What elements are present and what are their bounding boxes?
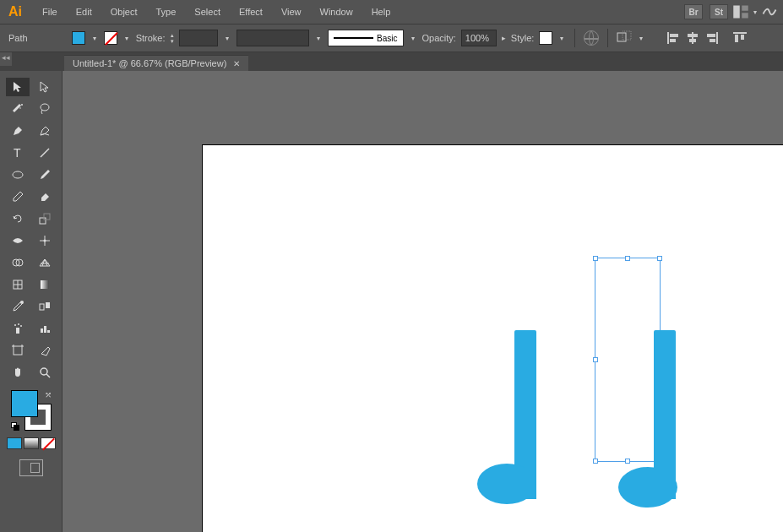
opacity-input[interactable]: 100% xyxy=(461,30,497,46)
menu-file[interactable]: File xyxy=(34,3,66,20)
align-right-icon[interactable] xyxy=(704,32,718,44)
menu-object[interactable]: Object xyxy=(102,3,146,20)
brush-dropdown[interactable] xyxy=(409,31,417,45)
svg-rect-0 xyxy=(733,6,740,19)
graphic-style-dropdown[interactable] xyxy=(557,31,566,45)
fill-dropdown[interactable] xyxy=(90,31,99,45)
stroke-weight-input[interactable] xyxy=(179,30,218,46)
menu-select[interactable]: Select xyxy=(186,3,229,20)
paintbrush-tool[interactable] xyxy=(33,166,57,184)
canvas[interactable] xyxy=(63,71,783,532)
menu-view[interactable]: View xyxy=(273,3,310,20)
svg-rect-26 xyxy=(44,326,46,333)
style-label: Style: xyxy=(511,33,535,43)
arrange-documents-dropdown[interactable] xyxy=(751,5,759,19)
menu-edit[interactable]: Edit xyxy=(68,3,101,20)
pen-tool[interactable] xyxy=(6,122,30,140)
menu-window[interactable]: Window xyxy=(312,3,362,20)
selection-handle-ne[interactable] xyxy=(657,256,662,261)
width-tool[interactable] xyxy=(6,231,30,250)
hand-tool[interactable] xyxy=(6,363,30,382)
stroke-weight-down[interactable]: ▾ xyxy=(171,38,174,44)
free-transform-tool[interactable] xyxy=(33,231,57,250)
svg-point-6 xyxy=(19,107,21,109)
fill-swatch[interactable] xyxy=(72,31,85,45)
color-mode-none[interactable] xyxy=(41,437,56,449)
recolor-artwork-icon[interactable] xyxy=(584,30,599,46)
swap-fill-stroke-icon[interactable]: ⤱ xyxy=(45,390,52,399)
menu-type[interactable]: Type xyxy=(148,3,185,20)
menu-help[interactable]: Help xyxy=(363,3,400,20)
selection-handle-s[interactable] xyxy=(625,459,630,464)
align-hcenter-icon[interactable] xyxy=(686,32,699,44)
stock-button[interactable]: St xyxy=(710,4,728,19)
selection-bounding-box[interactable] xyxy=(595,258,661,462)
selection-handle-w[interactable] xyxy=(593,357,598,362)
shape-builder-tool[interactable] xyxy=(6,253,30,272)
brush-definition[interactable]: Basic xyxy=(328,30,404,46)
symbol-sprayer-tool[interactable] xyxy=(6,319,30,338)
music-note-shape-1[interactable] xyxy=(514,330,536,499)
document-tabbar: Untitled-1* @ 66.67% (RGB/Preview) ✕ xyxy=(0,52,783,71)
fill-stroke-control[interactable]: ⤱ xyxy=(11,390,52,431)
opacity-slider-toggle[interactable]: ▸ xyxy=(502,34,506,42)
type-tool[interactable]: T xyxy=(6,144,30,162)
svg-point-29 xyxy=(41,368,47,375)
stroke-weight-dropdown[interactable] xyxy=(223,31,231,45)
line-segment-tool[interactable] xyxy=(33,144,57,162)
eraser-tool[interactable] xyxy=(33,187,57,206)
color-mode-color[interactable] xyxy=(7,437,22,449)
close-tab-icon[interactable]: ✕ xyxy=(233,59,240,68)
app-logo: Ai xyxy=(5,4,25,19)
artboard-tool[interactable] xyxy=(6,341,30,360)
fill-color-box[interactable] xyxy=(11,390,38,417)
variable-width-profile[interactable] xyxy=(237,30,309,46)
brush-name: Basic xyxy=(377,34,397,43)
selection-handle-n[interactable] xyxy=(625,256,630,261)
color-mode-gradient[interactable] xyxy=(24,437,39,449)
align-left-icon[interactable] xyxy=(667,32,681,44)
svg-text:T: T xyxy=(14,146,21,160)
transform-panel-icon[interactable] xyxy=(617,30,632,46)
stroke-swatch[interactable] xyxy=(104,31,117,45)
selection-tool[interactable] xyxy=(6,78,30,96)
stroke-weight-up[interactable]: ▴ xyxy=(171,32,174,38)
perspective-grid-tool[interactable] xyxy=(33,253,57,272)
graphic-style-swatch[interactable] xyxy=(539,31,552,45)
screen-mode-icon[interactable] xyxy=(19,459,43,476)
menu-effect[interactable]: Effect xyxy=(231,3,271,20)
opacity-value: 100% xyxy=(465,33,489,43)
zoom-tool[interactable] xyxy=(33,363,57,382)
default-fill-stroke-icon[interactable] xyxy=(11,422,19,431)
slice-tool[interactable] xyxy=(33,341,57,360)
ellipse-tool[interactable] xyxy=(6,166,30,184)
panel-collapse-handle[interactable]: ◂◂ xyxy=(0,52,12,66)
bridge-button[interactable]: Br xyxy=(684,4,703,19)
selection-handle-sw[interactable] xyxy=(593,459,598,464)
gradient-tool[interactable] xyxy=(33,275,57,294)
scale-tool[interactable] xyxy=(33,209,57,228)
lasso-tool[interactable] xyxy=(33,100,57,118)
svg-rect-19 xyxy=(40,304,44,310)
align-top-icon[interactable] xyxy=(733,32,747,44)
rotate-tool[interactable] xyxy=(6,209,30,228)
svg-rect-12 xyxy=(44,214,50,220)
magic-wand-tool[interactable] xyxy=(6,100,30,118)
svg-line-30 xyxy=(46,374,50,377)
column-graph-tool[interactable] xyxy=(33,319,57,338)
curvature-tool[interactable] xyxy=(33,122,57,140)
stroke-dropdown[interactable] xyxy=(122,31,131,45)
blend-tool[interactable] xyxy=(33,297,57,316)
transform-dropdown[interactable] xyxy=(637,31,645,45)
gpu-preview-icon[interactable] xyxy=(761,4,778,19)
document-tab[interactable]: Untitled-1* @ 66.67% (RGB/Preview) ✕ xyxy=(64,55,248,71)
direct-selection-tool[interactable] xyxy=(33,78,57,96)
svg-point-23 xyxy=(18,323,19,325)
eyedropper-tool[interactable] xyxy=(6,297,30,316)
mesh-tool[interactable] xyxy=(6,275,30,294)
pencil-tool[interactable] xyxy=(6,187,30,206)
arrange-documents-icon[interactable] xyxy=(732,4,749,19)
music-note-shape-2[interactable] xyxy=(654,330,676,499)
selection-handle-nw[interactable] xyxy=(593,256,598,261)
variable-width-dropdown[interactable] xyxy=(314,31,323,45)
